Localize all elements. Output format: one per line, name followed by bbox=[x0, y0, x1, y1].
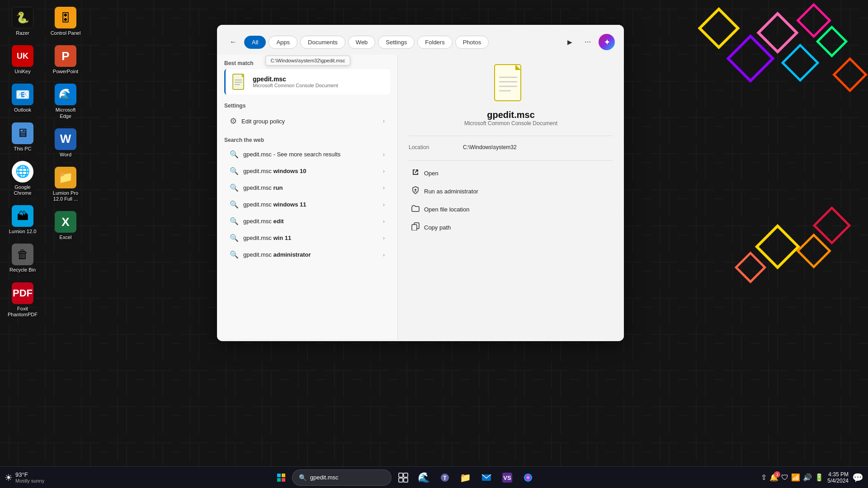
file-display-sub: Microsoft Common Console Document bbox=[464, 120, 557, 127]
desktop-icon-google-chrome[interactable]: 🌐 Google Chrome bbox=[5, 159, 41, 198]
tab-web[interactable]: Web bbox=[348, 36, 376, 49]
desktop-icon-powerpoint[interactable]: P PowerPoint bbox=[47, 43, 84, 77]
desktop-icon-recycle-bin[interactable]: 🗑 Recycle Bin bbox=[5, 241, 41, 275]
notification-center-icon[interactable]: 💬 bbox=[852, 472, 863, 483]
file-big-icon bbox=[493, 64, 529, 104]
open-file-location-button[interactable]: Open file location bbox=[409, 202, 613, 216]
edit-group-policy-item[interactable]: ⚙ Edit group policy › bbox=[224, 112, 390, 131]
web-section: Search the web 🔍 gpedit.msc - See more s… bbox=[217, 132, 397, 265]
desktop-icon-word[interactable]: W Word bbox=[47, 126, 84, 160]
left-panel: Best match C:\Windows\system32\gpedit.ms… bbox=[217, 55, 398, 339]
desktop-icon-razer[interactable]: 🐍 Razer bbox=[5, 5, 41, 38]
open-icon bbox=[411, 168, 420, 178]
svg-text:T: T bbox=[443, 475, 447, 481]
settings-section: Settings ⚙ Edit group policy › bbox=[217, 98, 397, 132]
location-value: C:\Windows\system32 bbox=[463, 144, 517, 150]
back-button[interactable]: ← bbox=[226, 35, 241, 49]
desktop-icon-outlook[interactable]: 📧 Outlook bbox=[5, 81, 41, 115]
tray-wifi-icon[interactable]: 📶 bbox=[791, 473, 800, 482]
svg-point-41 bbox=[526, 476, 530, 479]
more-button[interactable]: ⋯ bbox=[580, 35, 595, 49]
svg-rect-6 bbox=[817, 27, 846, 56]
taskbar-edge-icon[interactable]: 🌊 bbox=[415, 469, 433, 487]
open-button[interactable]: Open bbox=[409, 166, 613, 180]
web-section-title: Search the web bbox=[224, 137, 390, 143]
web-item-1[interactable]: 🔍 gpedit.msc windows 10 › bbox=[224, 163, 390, 179]
taskbar-explorer-icon[interactable]: 📁 bbox=[457, 469, 475, 487]
weather-icon: ☀ bbox=[5, 472, 13, 483]
copy-path-button[interactable]: Copy path bbox=[409, 221, 613, 234]
tray-volume-icon[interactable]: 🔊 bbox=[803, 473, 812, 482]
search-icon-1: 🔍 bbox=[230, 167, 239, 175]
settings-title: Settings bbox=[224, 103, 390, 109]
copilot-button[interactable]: ✦ bbox=[599, 34, 615, 50]
tab-photos[interactable]: Photos bbox=[455, 36, 489, 49]
run-as-admin-button[interactable]: Run as administrator bbox=[409, 184, 613, 198]
web-item-text-2: gpedit.msc run bbox=[243, 184, 283, 191]
tab-settings[interactable]: Settings bbox=[378, 36, 415, 49]
desktop-icon-control-panel[interactable]: 🎛 Control Panel bbox=[47, 5, 84, 38]
svg-rect-10 bbox=[798, 235, 830, 267]
web-item-2[interactable]: 🔍 gpedit.msc run › bbox=[224, 179, 390, 196]
file-metadata: Location C:\Windows\system32 bbox=[409, 136, 613, 153]
task-view-button[interactable] bbox=[394, 469, 412, 487]
taskbar-search[interactable]: 🔍 bbox=[292, 469, 392, 486]
tray-security-icon[interactable]: 🛡 bbox=[781, 474, 788, 482]
decorative-diamonds bbox=[642, 0, 868, 466]
play-button[interactable]: ▶ bbox=[562, 35, 577, 49]
tab-folders[interactable]: Folders bbox=[417, 36, 452, 49]
desktop-icon-unikey[interactable]: UK UniKey bbox=[5, 43, 41, 77]
desktop-icon-edge[interactable]: 🌊 Microsoft Edge bbox=[47, 81, 84, 121]
clock-time: 4:35 PM bbox=[828, 471, 849, 478]
taskbar-creative-icon[interactable] bbox=[519, 469, 537, 487]
tab-apps[interactable]: Apps bbox=[269, 36, 297, 49]
web-item-0[interactable]: 🔍 gpedit.msc - See more search results › bbox=[224, 146, 390, 163]
search-icon-0: 🔍 bbox=[230, 150, 239, 159]
search-icon-4: 🔍 bbox=[230, 217, 239, 225]
best-match-icon bbox=[231, 74, 247, 90]
web-item-3[interactable]: 🔍 gpedit.msc windows 11 › bbox=[224, 196, 390, 213]
meta-location-row: Location C:\Windows\system32 bbox=[409, 141, 613, 153]
svg-rect-4 bbox=[728, 36, 773, 81]
desktop-icon-this-pc[interactable]: 🖥 This PC bbox=[5, 120, 41, 154]
best-match-item[interactable]: C:\Windows\system32\gpedit.msc bbox=[224, 69, 390, 94]
desktop-icon-foxit[interactable]: PDF Foxit PhantomPDF bbox=[5, 280, 41, 320]
run-as-admin-label: Run as administrator bbox=[424, 188, 478, 195]
settings-gear-icon: ⚙ bbox=[230, 116, 237, 126]
taskbar-mail-icon[interactable] bbox=[477, 469, 495, 487]
start-button[interactable] bbox=[273, 469, 289, 486]
taskbar-teams-icon[interactable]: T bbox=[436, 469, 454, 487]
location-label: Location bbox=[409, 144, 463, 150]
right-panel: gpedit.msc Microsoft Common Console Docu… bbox=[398, 55, 624, 339]
taskbar-center: 🔍 🌊 T 📁 bbox=[273, 469, 537, 487]
web-item-6[interactable]: 🔍 gpedit.msc administrator › bbox=[224, 246, 390, 263]
open-label: Open bbox=[424, 170, 439, 177]
desktop-icon-lumion-pro[interactable]: 📁 Lumion Pro 12.0 Full ... bbox=[47, 164, 84, 204]
svg-rect-27 bbox=[277, 474, 281, 477]
desktop: 🐍 Razer UK UniKey 📧 Outlook 🖥 This PC 🌐 bbox=[0, 0, 868, 488]
weather-widget[interactable]: ☀ 93°F Mostly sunny bbox=[5, 471, 44, 483]
taskbar: ☀ 93°F Mostly sunny 🔍 bbox=[0, 466, 868, 488]
tray-battery-icon[interactable]: 🔋 bbox=[815, 473, 824, 482]
file-display-name: gpedit.msc bbox=[487, 110, 535, 120]
web-item-5[interactable]: 🔍 gpedit.msc win 11 › bbox=[224, 230, 390, 246]
taskbar-search-input[interactable] bbox=[310, 474, 385, 481]
taskbar-vs-icon[interactable]: VS bbox=[498, 469, 516, 487]
tab-all[interactable]: All bbox=[244, 36, 266, 49]
svg-rect-2 bbox=[759, 14, 797, 52]
web-item-text-6: gpedit.msc administrator bbox=[243, 251, 311, 258]
chevron-right-icon-0: › bbox=[383, 151, 385, 158]
best-match-subtitle: Microsoft Common Console Document bbox=[253, 83, 338, 88]
web-item-4[interactable]: 🔍 gpedit.msc edit › bbox=[224, 213, 390, 230]
time-display[interactable]: 4:35 PM 5/4/2024 bbox=[827, 471, 849, 484]
desktop-icon-lumion[interactable]: 🏔 Lumion 12.0 bbox=[5, 203, 41, 237]
weather-temp: 93°F bbox=[15, 471, 44, 478]
system-tray: ⇧ 🔔 1 🛡 📶 🔊 🔋 bbox=[761, 473, 824, 482]
edit-group-policy-label: Edit group policy bbox=[241, 118, 285, 125]
tab-documents[interactable]: Documents bbox=[300, 36, 345, 49]
web-item-text-3: gpedit.msc windows 11 bbox=[243, 201, 306, 208]
desktop-icon-excel[interactable]: X Excel bbox=[47, 209, 84, 243]
file-actions: Open Run as administrator bbox=[409, 160, 613, 234]
svg-point-24 bbox=[415, 189, 416, 191]
tray-up-arrow[interactable]: ⇧ bbox=[761, 473, 767, 482]
